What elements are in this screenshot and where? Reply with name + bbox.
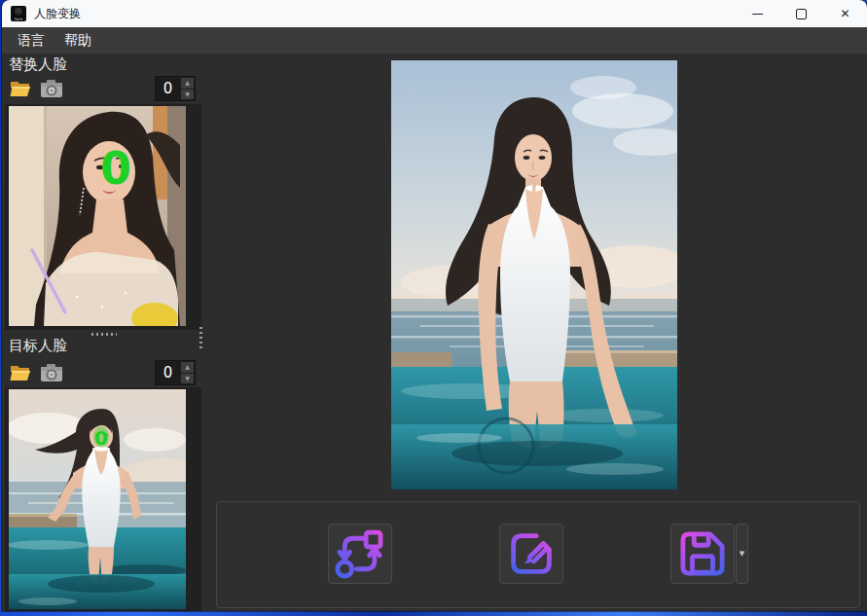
- window-title: 人脸变换: [34, 6, 81, 22]
- source-face-image: 0: [9, 106, 186, 326]
- target-panel-title: 目标人脸: [9, 337, 67, 355]
- target-spin-down-button[interactable]: ▼: [181, 374, 194, 384]
- target-face-thumbnail[interactable]: 0: [9, 389, 186, 609]
- source-face-thumbnail[interactable]: 0: [9, 106, 186, 326]
- open-folder-icon: [9, 363, 32, 382]
- close-icon: ✕: [840, 7, 849, 20]
- swap-faces-button[interactable]: [328, 524, 392, 584]
- title-bar: face 人脸变换 — ✕: [2, 0, 867, 27]
- camera-icon: [40, 363, 63, 382]
- save-floppy-icon: [675, 526, 730, 581]
- app-window: face 人脸变换 — ✕ 语言 帮助 替换人脸: [2, 0, 867, 611]
- edit-button[interactable]: [499, 524, 563, 584]
- splitter-handle-horizontal[interactable]: [91, 333, 117, 336]
- source-face-index-spinbox[interactable]: 0 ▲ ▼: [155, 76, 196, 101]
- target-spin-up-button[interactable]: ▲: [181, 362, 194, 373]
- edit-pencil-icon: [504, 526, 559, 581]
- camera-icon: [40, 79, 63, 98]
- swap-arrows-icon: [333, 526, 387, 581]
- source-open-folder-button[interactable]: [8, 77, 33, 100]
- source-panel-title: 替换人脸: [9, 55, 67, 74]
- source-face-index-value[interactable]: 0: [156, 77, 180, 100]
- target-face-marker: 0: [94, 426, 108, 450]
- open-folder-icon: [9, 79, 32, 98]
- maximize-button[interactable]: [779, 0, 823, 27]
- source-spin-up-button[interactable]: ▲: [181, 78, 194, 89]
- minimize-button[interactable]: —: [736, 0, 779, 27]
- target-face-index-value[interactable]: 0: [156, 361, 180, 384]
- dropdown-arrow-icon: ▼: [740, 550, 744, 558]
- target-face-image: 0: [9, 389, 186, 609]
- app-icon: face: [11, 6, 26, 21]
- source-spin-down-button[interactable]: ▼: [181, 90, 194, 100]
- target-open-folder-button[interactable]: [8, 361, 33, 384]
- minimize-icon: —: [752, 7, 764, 20]
- source-camera-button[interactable]: [39, 77, 64, 100]
- face-icon: [15, 8, 22, 16]
- save-options-dropdown-button[interactable]: ▼: [736, 524, 748, 584]
- source-face-marker: 0: [100, 142, 131, 195]
- close-button[interactable]: ✕: [823, 0, 867, 27]
- action-bar: ▼: [216, 501, 860, 608]
- target-face-index-spinbox[interactable]: 0 ▲ ▼: [155, 360, 196, 385]
- menu-bar: 语言 帮助: [2, 27, 867, 54]
- window-controls: — ✕: [736, 0, 867, 27]
- save-button[interactable]: [670, 524, 735, 584]
- menu-item-help[interactable]: 帮助: [54, 29, 101, 53]
- maximize-icon: [796, 9, 807, 19]
- content-area: 替换人脸 0 ▲ ▼: [2, 54, 867, 611]
- splitter-handle-vertical[interactable]: [199, 327, 202, 350]
- result-preview-image: [391, 60, 677, 489]
- target-camera-button[interactable]: [39, 361, 64, 384]
- menu-item-language[interactable]: 语言: [8, 29, 54, 53]
